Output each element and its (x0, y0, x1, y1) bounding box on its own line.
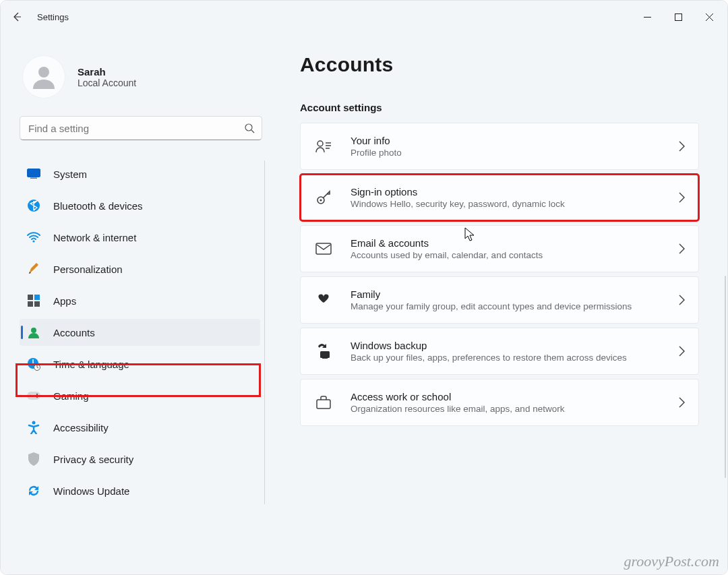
sidebar-item-network[interactable]: Network & internet (20, 224, 260, 251)
shield-icon (26, 452, 41, 466)
card-subtitle: Organization resources like email, apps,… (351, 404, 661, 414)
scrollbar[interactable] (725, 276, 726, 478)
card-subtitle: Back up your files, apps, preferences to… (351, 353, 661, 363)
sidebar-item-accessibility[interactable]: Accessibility (20, 414, 260, 441)
svg-rect-0 (675, 13, 681, 20)
setting-windows-backup[interactable]: Windows backup Back up your files, apps,… (300, 328, 699, 375)
card-subtitle: Accounts used by email, calendar, and co… (351, 250, 661, 260)
card-subtitle: Windows Hello, security key, password, d… (351, 199, 661, 209)
chevron-right-icon (678, 397, 685, 408)
card-title: Sign-in options (351, 186, 661, 198)
mail-icon (314, 243, 333, 255)
accessibility-icon (26, 420, 41, 435)
title-bar: Settings (1, 1, 727, 33)
svg-rect-3 (28, 169, 40, 177)
close-icon (706, 13, 713, 21)
setting-your-info[interactable]: Your info Profile photo (300, 123, 699, 170)
window-controls (632, 6, 725, 28)
chevron-right-icon (678, 346, 685, 357)
accounts-icon (26, 325, 41, 340)
card-title: Windows backup (351, 340, 661, 351)
nav-list: System Bluetooth & devices Network & int… (20, 160, 265, 504)
minimize-icon (644, 13, 651, 21)
card-subtitle: Manage your family group, edit account t… (351, 301, 661, 311)
chevron-right-icon (678, 141, 685, 152)
svg-point-21 (320, 199, 322, 201)
section-label: Account settings (300, 102, 699, 113)
svg-rect-7 (28, 295, 33, 300)
gamepad-icon (26, 388, 41, 403)
sidebar-item-accounts[interactable]: Accounts (20, 319, 260, 346)
backup-icon (314, 344, 333, 359)
app-title: Settings (33, 12, 69, 22)
card-title: Email & accounts (351, 237, 661, 249)
update-icon (26, 483, 41, 498)
search-input[interactable] (27, 122, 244, 135)
sidebar-item-privacy[interactable]: Privacy & security (20, 446, 260, 473)
setting-email-accounts[interactable]: Email & accounts Accounts used by email,… (300, 225, 699, 272)
maximize-button[interactable] (663, 6, 694, 28)
user-block[interactable]: Sarah Local Account (20, 43, 264, 116)
svg-point-1 (38, 67, 49, 78)
sidebar-item-label: Accounts (53, 327, 95, 338)
setting-work-school[interactable]: Access work or school Organization resou… (300, 379, 699, 426)
user-name: Sarah (78, 66, 136, 78)
sidebar-item-label: Network & internet (53, 232, 136, 243)
svg-rect-8 (34, 295, 40, 300)
card-title: Family (351, 289, 661, 300)
person-icon (29, 62, 59, 92)
svg-point-18 (32, 421, 36, 425)
sidebar-item-bluetooth[interactable]: Bluetooth & devices (20, 192, 260, 219)
user-subtitle: Local Account (78, 78, 136, 88)
wifi-icon (26, 230, 41, 245)
back-arrow-icon (11, 11, 22, 22)
key-icon (314, 189, 333, 206)
sidebar-item-personalization[interactable]: Personalization (20, 255, 260, 282)
sidebar-item-label: Windows Update (53, 485, 129, 497)
avatar (22, 55, 65, 98)
sidebar-item-label: Bluetooth & devices (53, 200, 143, 212)
chevron-right-icon (678, 243, 685, 254)
sidebar-item-windows-update[interactable]: Windows Update (20, 477, 260, 504)
sidebar-item-label: Personalization (53, 264, 123, 275)
sidebar-item-system[interactable]: System (20, 160, 260, 187)
sidebar-item-label: Apps (53, 295, 76, 307)
chevron-right-icon (678, 295, 685, 305)
briefcase-icon (314, 396, 333, 409)
svg-point-16 (36, 394, 38, 395)
system-icon (26, 167, 41, 181)
sidebar: Sarah Local Account System Bluetooth & d… (1, 33, 270, 574)
sidebar-item-apps[interactable]: Apps (20, 287, 260, 314)
watermark: groovyPost.com (624, 553, 719, 570)
maximize-icon (675, 13, 682, 21)
search-icon (244, 123, 255, 133)
sidebar-item-gaming[interactable]: Gaming (20, 382, 260, 409)
back-button[interactable] (1, 1, 33, 33)
svg-point-15 (30, 395, 32, 397)
apps-icon (26, 293, 41, 308)
svg-rect-23 (320, 351, 330, 358)
minimize-button[interactable] (632, 6, 663, 28)
setting-signin-options[interactable]: Sign-in options Windows Hello, security … (300, 174, 699, 221)
page-title: Accounts (300, 53, 699, 76)
sidebar-item-label: Privacy & security (53, 454, 133, 465)
sidebar-item-label: Gaming (53, 390, 89, 402)
card-subtitle: Profile photo (351, 148, 661, 158)
sidebar-item-label: Accessibility (53, 422, 109, 433)
clock-globe-icon (26, 357, 41, 371)
bluetooth-icon (26, 198, 41, 213)
svg-rect-22 (316, 243, 331, 254)
paintbrush-icon (26, 262, 41, 276)
content-area: Accounts Account settings Your info Prof… (270, 33, 727, 574)
card-title: Your info (351, 135, 661, 146)
close-button[interactable] (694, 6, 725, 28)
sidebar-item-time-language[interactable]: Time & language (20, 351, 260, 377)
card-title: Access work or school (351, 391, 661, 402)
svg-point-6 (32, 240, 34, 242)
svg-rect-9 (28, 301, 33, 307)
svg-rect-4 (30, 178, 37, 179)
sidebar-item-label: System (53, 169, 87, 180)
chevron-right-icon (678, 192, 685, 203)
setting-family[interactable]: Family Manage your family group, edit ac… (300, 276, 699, 324)
search-box[interactable] (20, 116, 262, 140)
